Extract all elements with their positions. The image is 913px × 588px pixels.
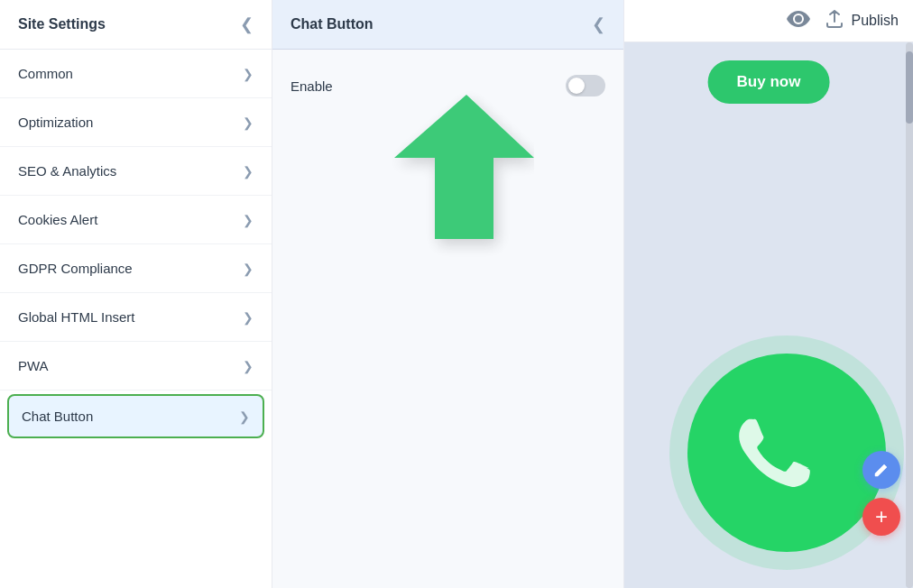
sidebar-item-seo-analytics[interactable]: SEO & Analytics ❯ — [0, 147, 272, 196]
sidebar-label-seo-analytics: SEO & Analytics — [18, 163, 116, 179]
chevron-right-icon: ❯ — [243, 310, 254, 325]
topbar: Publish — [624, 0, 913, 42]
toggle-track — [566, 75, 605, 96]
sidebar-label-common: Common — [18, 66, 73, 81]
whatsapp-icon-background — [687, 354, 886, 552]
sidebar-header: Site Settings ❮ — [0, 0, 272, 50]
publish-label: Publish — [852, 13, 899, 29]
close-icon[interactable]: ❮ — [592, 14, 605, 34]
sidebar-label-global-html-insert: Global HTML Insert — [18, 309, 135, 325]
right-panel: Publish Buy now + — [624, 0, 913, 588]
enable-row: Enable — [290, 71, 605, 100]
scrollbar-thumb[interactable] — [906, 51, 913, 124]
upload-icon — [825, 10, 844, 32]
buy-now-button[interactable]: Buy now — [708, 60, 830, 104]
chevron-right-icon: ❯ — [243, 115, 254, 130]
chevron-right-icon: ❯ — [243, 359, 254, 373]
middle-header: Chat Button ❮ — [272, 0, 623, 50]
chevron-right-icon: ❯ — [243, 262, 254, 276]
whatsapp-preview — [687, 354, 886, 552]
preview-area: Buy now + — [624, 42, 913, 588]
publish-button[interactable]: Publish — [825, 10, 899, 32]
chevron-right-icon: ❯ — [239, 409, 250, 424]
preview-icon[interactable] — [787, 9, 810, 32]
chevron-right-icon: ❯ — [243, 164, 254, 179]
chevron-right-icon: ❯ — [243, 213, 254, 227]
sidebar-item-gdpr-compliance[interactable]: GDPR Compliance ❯ — [0, 244, 272, 293]
chevron-left-icon[interactable]: ❮ — [240, 14, 254, 34]
sidebar-label-optimization: Optimization — [18, 115, 93, 130]
middle-panel-title: Chat Button — [290, 16, 374, 32]
green-arrow-icon — [327, 86, 534, 266]
sidebar-item-global-html-insert[interactable]: Global HTML Insert ❯ — [0, 293, 272, 342]
sidebar-label-chat-button: Chat Button — [22, 409, 93, 424]
edit-button[interactable] — [862, 451, 900, 489]
sidebar-label-pwa: PWA — [18, 358, 49, 373]
middle-content: Enable — [272, 50, 623, 588]
scrollbar[interactable] — [906, 42, 913, 588]
chevron-right-icon: ❯ — [243, 67, 254, 81]
sidebar-label-gdpr-compliance: GDPR Compliance — [18, 261, 133, 276]
toggle-thumb — [568, 78, 585, 94]
enable-label: Enable — [290, 78, 333, 94]
sidebar-item-cookies-alert[interactable]: Cookies Alert ❯ — [0, 196, 272, 244]
sidebar-item-optimization[interactable]: Optimization ❯ — [0, 98, 272, 147]
sidebar-item-common[interactable]: Common ❯ — [0, 50, 272, 98]
sidebar-title: Site Settings — [18, 16, 106, 32]
middle-panel: Chat Button ❮ Enable — [272, 0, 624, 588]
sidebar-item-pwa[interactable]: PWA ❯ — [0, 342, 272, 390]
add-button[interactable]: + — [862, 498, 900, 536]
svg-marker-0 — [394, 95, 534, 239]
sidebar: Site Settings ❮ Common ❯ Optimization ❯ … — [0, 0, 272, 588]
sidebar-item-chat-button[interactable]: Chat Button ❯ — [7, 394, 264, 438]
sidebar-label-cookies-alert: Cookies Alert — [18, 212, 97, 227]
plus-icon: + — [875, 506, 888, 528]
whatsapp-phone-icon — [737, 403, 836, 502]
enable-toggle[interactable] — [566, 75, 605, 96]
